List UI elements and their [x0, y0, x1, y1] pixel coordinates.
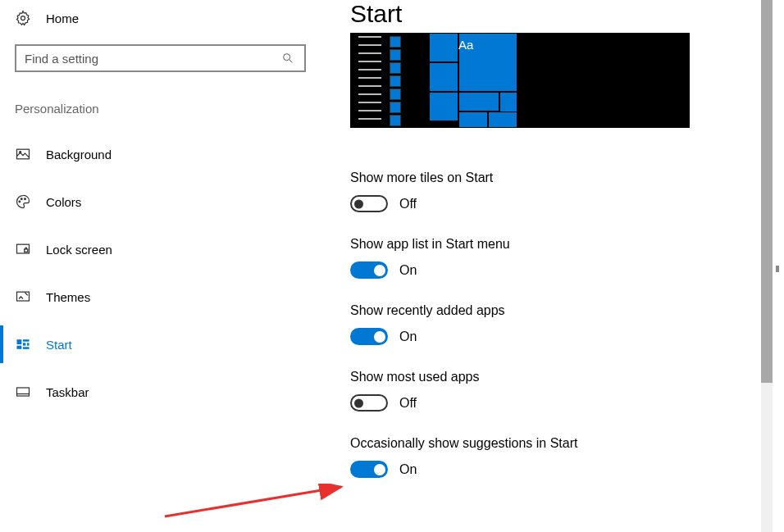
- image-icon: [15, 146, 31, 162]
- setting-label: Show recently added apps: [350, 303, 784, 318]
- svg-point-6: [21, 198, 23, 200]
- toggle-state: On: [399, 462, 417, 477]
- setting-most-used: Show most used apps Off: [350, 370, 784, 412]
- search-icon: [280, 50, 296, 66]
- scrollbar-thumb[interactable]: [761, 0, 773, 383]
- sidebar-item-label: Colors: [46, 195, 81, 209]
- search-input[interactable]: Find a setting: [15, 44, 306, 72]
- sidebar-item-start[interactable]: Start: [15, 325, 308, 363]
- sidebar-item-label: Taskbar: [46, 385, 89, 399]
- svg-point-1: [284, 54, 290, 61]
- svg-rect-11: [17, 339, 22, 344]
- taskbar-icon: [15, 384, 31, 400]
- scroll-marker: [776, 266, 779, 272]
- setting-recently-added: Show recently added apps On: [350, 303, 784, 345]
- paint-icon: [15, 289, 31, 305]
- toggle-more-tiles[interactable]: [350, 195, 388, 212]
- sidebar-item-label: Start: [46, 338, 72, 352]
- svg-point-4: [20, 152, 21, 153]
- section-header: Personalization: [15, 102, 308, 116]
- start-tiles-icon: [15, 336, 31, 352]
- setting-more-tiles: Show more tiles on Start Off: [350, 171, 784, 212]
- svg-point-0: [21, 16, 25, 20]
- lock-screen-icon: [15, 241, 31, 257]
- toggle-state: Off: [399, 396, 417, 411]
- sidebar-item-taskbar[interactable]: Taskbar: [15, 373, 308, 411]
- sidebar-item-lock-screen[interactable]: Lock screen: [15, 230, 308, 268]
- toggle-recently-added[interactable]: [350, 328, 388, 345]
- svg-rect-10: [17, 292, 30, 301]
- gear-icon: [15, 10, 31, 26]
- preview-aa-label: Aa: [458, 38, 473, 52]
- sidebar-item-themes[interactable]: Themes: [15, 278, 308, 316]
- sidebar-item-label: Themes: [46, 290, 90, 304]
- toggle-suggestions[interactable]: [350, 461, 388, 478]
- toggle-state: On: [399, 263, 417, 278]
- toggle-state: Off: [399, 197, 417, 211]
- sidebar-item-background[interactable]: Background: [15, 135, 308, 173]
- svg-point-7: [25, 198, 26, 200]
- toggle-app-list[interactable]: [350, 261, 388, 279]
- home-link[interactable]: Home: [15, 10, 308, 26]
- setting-label: Show most used apps: [350, 370, 784, 384]
- svg-rect-14: [27, 343, 30, 345]
- setting-app-list: Show app list in Start menu On: [350, 237, 784, 279]
- svg-rect-9: [25, 249, 28, 252]
- page-title: Start: [350, 0, 784, 28]
- search-placeholder: Find a setting: [25, 52, 98, 66]
- start-preview: Aa: [350, 33, 690, 128]
- svg-point-5: [19, 201, 21, 202]
- svg-rect-17: [17, 388, 30, 396]
- toggle-state: On: [399, 330, 417, 344]
- svg-rect-15: [17, 346, 22, 349]
- setting-suggestions: Occasionally show suggestions in Start O…: [350, 436, 784, 478]
- sidebar-item-label: Lock screen: [46, 243, 112, 257]
- palette-icon: [15, 193, 31, 210]
- svg-rect-12: [23, 339, 30, 342]
- home-label: Home: [46, 11, 79, 25]
- sidebar: Home Find a setting Personalization Back…: [0, 0, 308, 532]
- toggle-most-used[interactable]: [350, 394, 388, 412]
- sidebar-item-colors[interactable]: Colors: [15, 183, 308, 221]
- setting-label: Occasionally show suggestions in Start: [350, 436, 784, 451]
- sidebar-item-label: Background: [46, 148, 112, 161]
- svg-rect-16: [23, 347, 30, 349]
- setting-label: Show more tiles on Start: [350, 171, 784, 185]
- svg-line-2: [289, 60, 293, 63]
- svg-rect-13: [23, 343, 25, 345]
- setting-label: Show app list in Start menu: [350, 237, 784, 252]
- main-content: Start Aa: [308, 0, 784, 532]
